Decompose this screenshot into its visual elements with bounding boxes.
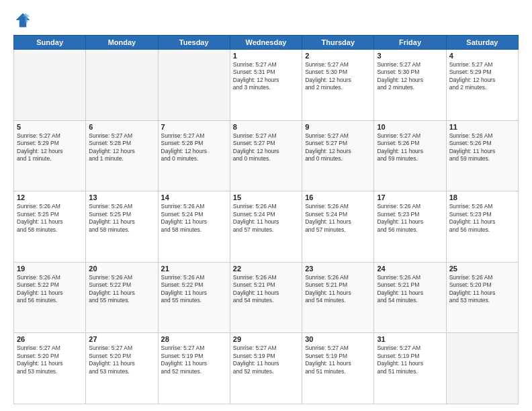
day-number: 9 <box>305 123 371 131</box>
day-info: Sunrise: 5:27 AM Sunset: 5:29 PM Dayligh… <box>17 132 83 163</box>
day-number: 3 <box>377 52 443 60</box>
day-number: 29 <box>233 335 299 343</box>
day-info: Sunrise: 5:26 AM Sunset: 5:26 PM Dayligh… <box>449 132 515 163</box>
calendar-cell: 11Sunrise: 5:26 AM Sunset: 5:26 PM Dayli… <box>446 120 518 191</box>
calendar-cell: 6Sunrise: 5:27 AM Sunset: 5:28 PM Daylig… <box>86 120 158 191</box>
day-info: Sunrise: 5:26 AM Sunset: 5:21 PM Dayligh… <box>233 274 299 305</box>
calendar-cell: 10Sunrise: 5:27 AM Sunset: 5:26 PM Dayli… <box>374 120 446 191</box>
day-number: 8 <box>233 123 299 131</box>
day-info: Sunrise: 5:27 AM Sunset: 5:29 PM Dayligh… <box>449 61 515 92</box>
calendar-cell: 4Sunrise: 5:27 AM Sunset: 5:29 PM Daylig… <box>446 50 518 121</box>
calendar-header-sunday: Sunday <box>14 36 86 50</box>
calendar-cell: 2Sunrise: 5:27 AM Sunset: 5:30 PM Daylig… <box>302 50 374 121</box>
day-number: 11 <box>449 123 515 131</box>
calendar-cell: 22Sunrise: 5:26 AM Sunset: 5:21 PM Dayli… <box>230 262 302 333</box>
day-info: Sunrise: 5:27 AM Sunset: 5:26 PM Dayligh… <box>377 132 443 163</box>
day-number: 21 <box>161 265 227 273</box>
day-info: Sunrise: 5:27 AM Sunset: 5:30 PM Dayligh… <box>305 61 371 92</box>
day-info: Sunrise: 5:27 AM Sunset: 5:28 PM Dayligh… <box>89 132 154 163</box>
calendar-header-tuesday: Tuesday <box>158 36 230 50</box>
day-number: 22 <box>233 265 299 273</box>
calendar-cell: 21Sunrise: 5:26 AM Sunset: 5:22 PM Dayli… <box>158 262 230 333</box>
calendar-cell: 24Sunrise: 5:26 AM Sunset: 5:21 PM Dayli… <box>374 262 446 333</box>
calendar-header-monday: Monday <box>86 36 158 50</box>
calendar-header-thursday: Thursday <box>302 36 374 50</box>
calendar-cell <box>14 50 86 121</box>
header <box>13 11 519 30</box>
day-info: Sunrise: 5:27 AM Sunset: 5:27 PM Dayligh… <box>233 132 299 163</box>
calendar-cell: 28Sunrise: 5:27 AM Sunset: 5:19 PM Dayli… <box>158 333 230 404</box>
calendar-cell <box>158 50 230 121</box>
calendar-week-row: 19Sunrise: 5:26 AM Sunset: 5:22 PM Dayli… <box>14 262 519 333</box>
day-info: Sunrise: 5:27 AM Sunset: 5:30 PM Dayligh… <box>377 61 443 92</box>
day-number: 2 <box>305 52 371 60</box>
day-info: Sunrise: 5:26 AM Sunset: 5:25 PM Dayligh… <box>17 203 83 234</box>
day-number: 28 <box>161 335 227 343</box>
calendar-cell: 17Sunrise: 5:26 AM Sunset: 5:23 PM Dayli… <box>374 191 446 263</box>
calendar-cell: 12Sunrise: 5:26 AM Sunset: 5:25 PM Dayli… <box>14 191 86 263</box>
day-number: 4 <box>449 52 515 60</box>
calendar-header-saturday: Saturday <box>446 36 518 50</box>
calendar-cell: 27Sunrise: 5:27 AM Sunset: 5:20 PM Dayli… <box>86 333 158 404</box>
day-info: Sunrise: 5:27 AM Sunset: 5:19 PM Dayligh… <box>377 345 443 375</box>
day-info: Sunrise: 5:27 AM Sunset: 5:19 PM Dayligh… <box>305 345 371 375</box>
calendar-cell: 31Sunrise: 5:27 AM Sunset: 5:19 PM Dayli… <box>374 333 446 404</box>
day-info: Sunrise: 5:26 AM Sunset: 5:22 PM Dayligh… <box>17 274 83 305</box>
day-info: Sunrise: 5:26 AM Sunset: 5:21 PM Dayligh… <box>377 274 443 305</box>
calendar-header-friday: Friday <box>374 36 446 50</box>
day-info: Sunrise: 5:27 AM Sunset: 5:27 PM Dayligh… <box>305 132 371 163</box>
day-info: Sunrise: 5:26 AM Sunset: 5:23 PM Dayligh… <box>449 203 515 234</box>
day-number: 25 <box>449 265 515 273</box>
day-number: 30 <box>305 335 371 343</box>
day-info: Sunrise: 5:26 AM Sunset: 5:24 PM Dayligh… <box>233 203 299 234</box>
day-info: Sunrise: 5:26 AM Sunset: 5:24 PM Dayligh… <box>305 203 371 234</box>
calendar-cell: 5Sunrise: 5:27 AM Sunset: 5:29 PM Daylig… <box>14 120 86 191</box>
day-number: 10 <box>377 123 443 131</box>
day-number: 19 <box>17 265 83 273</box>
day-info: Sunrise: 5:26 AM Sunset: 5:24 PM Dayligh… <box>161 203 227 234</box>
day-info: Sunrise: 5:27 AM Sunset: 5:20 PM Dayligh… <box>89 345 154 375</box>
calendar-cell: 3Sunrise: 5:27 AM Sunset: 5:30 PM Daylig… <box>374 50 446 121</box>
day-info: Sunrise: 5:26 AM Sunset: 5:23 PM Dayligh… <box>377 203 443 234</box>
calendar-table: SundayMondayTuesdayWednesdayThursdayFrid… <box>13 35 519 404</box>
day-number: 7 <box>161 123 227 131</box>
calendar-header-wednesday: Wednesday <box>230 36 302 50</box>
day-info: Sunrise: 5:26 AM Sunset: 5:22 PM Dayligh… <box>161 274 227 305</box>
day-info: Sunrise: 5:27 AM Sunset: 5:31 PM Dayligh… <box>233 61 299 92</box>
calendar-week-row: 5Sunrise: 5:27 AM Sunset: 5:29 PM Daylig… <box>14 120 519 191</box>
day-number: 18 <box>449 193 515 201</box>
day-number: 27 <box>89 335 154 343</box>
day-number: 12 <box>17 193 83 201</box>
day-number: 15 <box>233 193 299 201</box>
day-number: 13 <box>89 193 154 201</box>
logo-icon <box>13 11 32 30</box>
day-number: 16 <box>305 193 371 201</box>
day-info: Sunrise: 5:26 AM Sunset: 5:21 PM Dayligh… <box>305 274 371 305</box>
day-info: Sunrise: 5:27 AM Sunset: 5:28 PM Dayligh… <box>161 132 227 163</box>
calendar-cell: 9Sunrise: 5:27 AM Sunset: 5:27 PM Daylig… <box>302 120 374 191</box>
calendar-cell: 26Sunrise: 5:27 AM Sunset: 5:20 PM Dayli… <box>14 333 86 404</box>
calendar-cell: 16Sunrise: 5:26 AM Sunset: 5:24 PM Dayli… <box>302 191 374 263</box>
day-info: Sunrise: 5:26 AM Sunset: 5:25 PM Dayligh… <box>89 203 154 234</box>
calendar-cell: 19Sunrise: 5:26 AM Sunset: 5:22 PM Dayli… <box>14 262 86 333</box>
page: SundayMondayTuesdayWednesdayThursdayFrid… <box>0 0 532 411</box>
day-info: Sunrise: 5:26 AM Sunset: 5:20 PM Dayligh… <box>449 274 515 305</box>
calendar-cell: 30Sunrise: 5:27 AM Sunset: 5:19 PM Dayli… <box>302 333 374 404</box>
day-number: 1 <box>233 52 299 60</box>
day-info: Sunrise: 5:27 AM Sunset: 5:19 PM Dayligh… <box>161 345 227 375</box>
calendar-cell: 8Sunrise: 5:27 AM Sunset: 5:27 PM Daylig… <box>230 120 302 191</box>
day-number: 23 <box>305 265 371 273</box>
calendar-cell: 7Sunrise: 5:27 AM Sunset: 5:28 PM Daylig… <box>158 120 230 191</box>
calendar-cell: 1Sunrise: 5:27 AM Sunset: 5:31 PM Daylig… <box>230 50 302 121</box>
day-info: Sunrise: 5:27 AM Sunset: 5:20 PM Dayligh… <box>17 345 83 375</box>
day-info: Sunrise: 5:27 AM Sunset: 5:19 PM Dayligh… <box>233 345 299 375</box>
calendar-cell <box>86 50 158 121</box>
day-info: Sunrise: 5:26 AM Sunset: 5:22 PM Dayligh… <box>89 274 154 305</box>
calendar-cell: 14Sunrise: 5:26 AM Sunset: 5:24 PM Dayli… <box>158 191 230 263</box>
day-number: 24 <box>377 265 443 273</box>
day-number: 17 <box>377 193 443 201</box>
calendar-cell: 20Sunrise: 5:26 AM Sunset: 5:22 PM Dayli… <box>86 262 158 333</box>
calendar-cell: 13Sunrise: 5:26 AM Sunset: 5:25 PM Dayli… <box>86 191 158 263</box>
calendar-cell: 25Sunrise: 5:26 AM Sunset: 5:20 PM Dayli… <box>446 262 518 333</box>
calendar-cell: 15Sunrise: 5:26 AM Sunset: 5:24 PM Dayli… <box>230 191 302 263</box>
